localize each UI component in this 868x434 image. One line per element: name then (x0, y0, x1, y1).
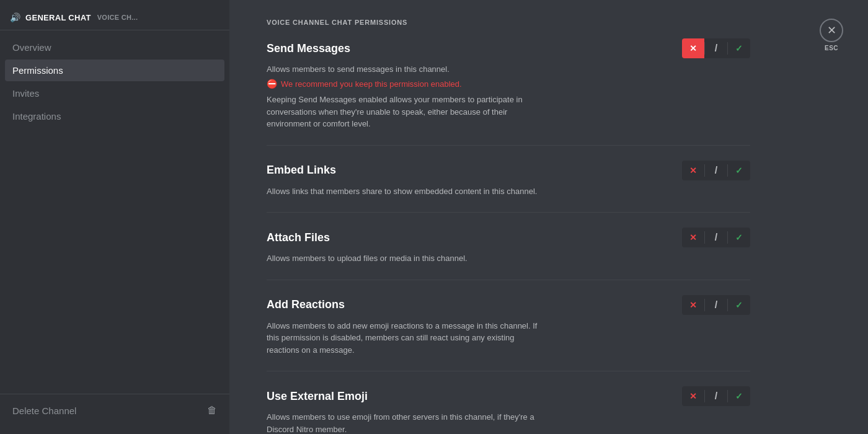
permission-controls-use-external-emoji: ✕ / ✓ (682, 386, 750, 406)
permission-top: Embed Links ✕ / ✓ (267, 161, 750, 180)
neutral-button-attach-files[interactable]: / (705, 228, 727, 247)
permission-top: Send Messages ✕ / ✓ (267, 38, 750, 58)
permission-name-attach-files: Attach Files (267, 231, 330, 244)
permission-controls-attach-files: ✕ / ✓ (682, 228, 750, 247)
sidebar-item-permissions[interactable]: Permissions (5, 60, 224, 81)
warning-icon: ⛔ (267, 79, 277, 89)
permission-row-add-reactions: Add Reactions ✕ / ✓ Allows members to ad… (267, 295, 750, 372)
deny-button-attach-files[interactable]: ✕ (682, 228, 704, 247)
warning-text-send-messages: We recommend you keep this permission en… (281, 78, 462, 91)
voice-channel-icon: 🔊 (10, 12, 20, 22)
permission-row-embed-links: Embed Links ✕ / ✓ Allows links that memb… (267, 161, 750, 213)
permission-row-send-messages: Send Messages ✕ / ✓ Allows members to se… (267, 38, 750, 146)
allow-button-send-messages[interactable]: ✓ (728, 38, 750, 58)
permission-controls-send-messages: ✕ / ✓ (682, 38, 750, 58)
sidebar: 🔊 GENERAL CHAT VOICE CH... Overview Perm… (0, 0, 229, 434)
esc-label: ESC (825, 45, 838, 51)
sidebar-item-overview[interactable]: Overview (5, 37, 224, 58)
permission-name-embed-links: Embed Links (267, 164, 336, 177)
neutral-button-use-external-emoji[interactable]: / (705, 386, 727, 406)
voice-channel-label: VOICE CH... (97, 14, 138, 21)
delete-channel-button[interactable]: Delete Channel 🗑 (10, 399, 219, 422)
deny-button-send-messages[interactable]: ✕ (682, 38, 704, 58)
permission-desc-use-external-emoji: Allows members to use emoji from other s… (267, 411, 539, 434)
permission-desc-embed-links: Allows links that members share to show … (267, 185, 539, 198)
permission-controls-add-reactions: ✕ / ✓ (682, 295, 750, 315)
permission-desc-attach-files: Allows members to upload files or media … (267, 252, 539, 265)
allow-button-attach-files[interactable]: ✓ (728, 228, 750, 247)
warning-box-send-messages: ⛔ We recommend you keep this permission … (267, 78, 750, 91)
allow-button-use-external-emoji[interactable]: ✓ (728, 386, 750, 406)
close-area[interactable]: ✕ ESC (820, 19, 843, 51)
close-circle: ✕ (820, 19, 843, 42)
channel-header: 🔊 GENERAL CHAT VOICE CH... (0, 7, 229, 30)
neutral-button-add-reactions[interactable]: / (705, 295, 727, 315)
permission-top: Use External Emoji ✕ / ✓ (267, 386, 750, 406)
delete-channel-label: Delete Channel (12, 405, 76, 416)
permission-name-add-reactions: Add Reactions (267, 298, 345, 311)
deny-button-add-reactions[interactable]: ✕ (682, 295, 704, 315)
trash-icon: 🗑 (207, 405, 217, 416)
permission-name-use-external-emoji: Use External Emoji (267, 390, 368, 403)
sidebar-item-integrations[interactable]: Integrations (5, 105, 224, 127)
permission-desc-send-messages: Allows members to send messages in this … (267, 63, 539, 76)
permission-desc-add-reactions: Allows members to add new emoji reaction… (267, 320, 539, 356)
allow-button-embed-links[interactable]: ✓ (728, 161, 750, 180)
permission-top: Attach Files ✕ / ✓ (267, 228, 750, 247)
sidebar-item-invites[interactable]: Invites (5, 82, 224, 104)
deny-button-use-external-emoji[interactable]: ✕ (682, 386, 704, 406)
deny-button-embed-links[interactable]: ✕ (682, 161, 704, 180)
neutral-button-embed-links[interactable]: / (705, 161, 727, 180)
content-inner: VOICE CHANNEL CHAT PERMISSIONS Send Mess… (229, 0, 787, 434)
close-icon: ✕ (827, 24, 836, 37)
permission-extra-desc-send-messages: Keeping Send Messages enabled allows you… (267, 94, 539, 130)
permission-top: Add Reactions ✕ / ✓ (267, 295, 750, 315)
allow-button-add-reactions[interactable]: ✓ (728, 295, 750, 315)
permission-controls-embed-links: ✕ / ✓ (682, 161, 750, 180)
permission-row-attach-files: Attach Files ✕ / ✓ Allows members to upl… (267, 228, 750, 280)
section-title: VOICE CHANNEL CHAT PERMISSIONS (267, 19, 750, 26)
neutral-button-send-messages[interactable]: / (705, 38, 727, 58)
permission-row-use-external-emoji: Use External Emoji ✕ / ✓ Allows members … (267, 386, 750, 434)
permission-name-send-messages: Send Messages (267, 42, 350, 55)
main-content: VOICE CHANNEL CHAT PERMISSIONS Send Mess… (229, 0, 868, 434)
general-chat-label: GENERAL CHAT (25, 13, 91, 22)
sidebar-footer: Delete Channel 🗑 (0, 394, 229, 427)
sidebar-nav: Overview Permissions Invites Integration… (0, 34, 229, 394)
